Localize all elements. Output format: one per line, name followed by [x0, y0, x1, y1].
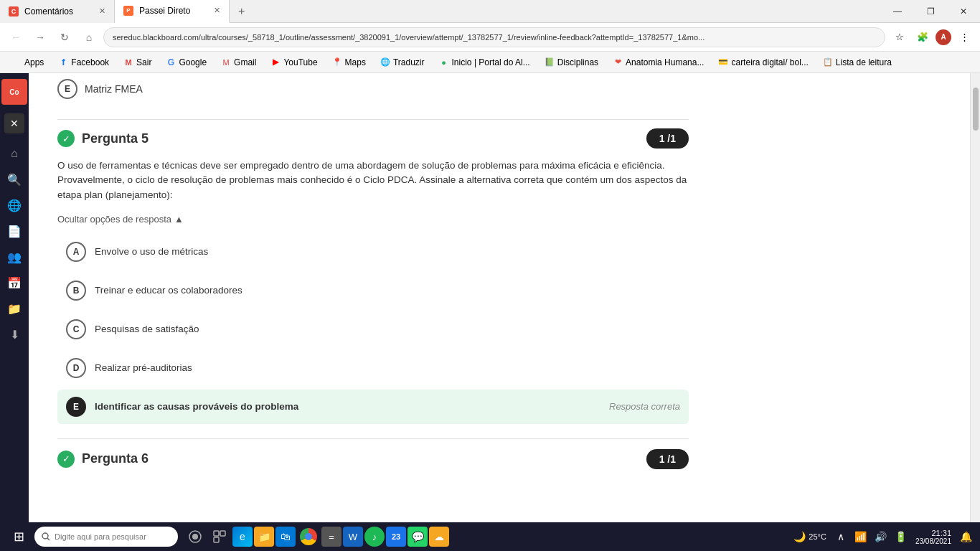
maximize-button[interactable]: ❐: [914, 0, 947, 23]
question5-check-icon: ✓: [57, 130, 75, 147]
time-display: 21:31: [915, 529, 951, 537]
extensions-icon[interactable]: 🧩: [913, 27, 933, 47]
correct-answer-label: Resposta correta: [609, 401, 680, 412]
bookmark-lista[interactable]: 📋 Lista de leitura: [817, 56, 897, 69]
apps-icon: [11, 57, 22, 67]
taskbar-chrome-icon[interactable]: [297, 525, 320, 548]
bookmark-sair-label: Sair: [136, 57, 151, 67]
bookmark-anatomia[interactable]: ❤ Anatomia Humana...: [607, 56, 710, 69]
minimize-button[interactable]: —: [881, 0, 914, 23]
forward-button[interactable]: →: [30, 27, 50, 47]
question6-header: ✓ Pergunta 6 1 /1: [57, 449, 689, 469]
comentarios-tab-icon: C: [9, 6, 19, 17]
weather-widget[interactable]: 🌙 25°C: [793, 531, 826, 542]
bookmark-carteira-label: carteira digital/ bol...: [731, 57, 808, 67]
option-c[interactable]: C Pesquisas de satisfação: [57, 312, 689, 347]
close-button[interactable]: ✕: [947, 0, 980, 23]
option-b[interactable]: B Treinar e educar os colaboradores: [57, 273, 689, 308]
option-e-correct[interactable]: E Identificar as causas prováveis do pro…: [57, 390, 689, 424]
profile-avatar[interactable]: A: [936, 29, 951, 45]
sidebar-close-button[interactable]: ✕: [4, 113, 24, 133]
option-b-circle: B: [66, 281, 86, 301]
taskbar-store-icon[interactable]: 🛍: [275, 527, 296, 547]
sidebar-item-users[interactable]: 👥: [3, 245, 26, 268]
svg-rect-4: [214, 531, 219, 536]
scrollbar-thumb[interactable]: [973, 88, 979, 131]
taskbar-whatsapp-icon[interactable]: 💬: [407, 527, 428, 547]
taskbar-cortana-icon[interactable]: [184, 525, 207, 548]
bookmark-apps[interactable]: Apps: [6, 56, 50, 69]
address-icons: ☆ 🧩 A ⋮: [890, 27, 974, 47]
battery-icon[interactable]: 🔋: [892, 528, 910, 545]
star-icon[interactable]: ☆: [890, 27, 910, 47]
menu-icon[interactable]: ⋮: [954, 27, 974, 47]
taskbar-search-bar[interactable]: [34, 527, 178, 547]
sidebar-item-search[interactable]: 🔍: [3, 168, 26, 191]
taskbar-weather-icon[interactable]: ☁: [429, 527, 449, 547]
taskbar-task-view-icon[interactable]: [208, 525, 231, 548]
address-input[interactable]: [103, 27, 885, 47]
bookmarks-bar: Apps f Facebook M Sair G Google M Gmail …: [0, 52, 980, 73]
bookmark-sair[interactable]: M Sair: [118, 56, 157, 69]
bookmark-gmail[interactable]: M Gmail: [215, 56, 262, 69]
bookmark-inicio-label: Inicio | Portal do Al...: [452, 57, 530, 67]
bookmark-facebook[interactable]: f Facebook: [52, 56, 115, 69]
sidebar-item-globe[interactable]: 🌐: [3, 194, 26, 217]
taskbar-clock[interactable]: 21:31 23/08/2021: [915, 529, 951, 545]
notification-icon[interactable]: 🔔: [957, 528, 974, 545]
taskbar-calendar-icon[interactable]: 23: [386, 527, 406, 547]
sidebar-item-calendar[interactable]: 📅: [3, 271, 26, 294]
option-e-correct-text: Identificar as causas prováveis do probl…: [95, 401, 298, 412]
comentarios-tab-label: Comentários: [24, 6, 73, 17]
bookmark-anatomia-label: Anatomia Humana...: [626, 57, 704, 67]
start-button[interactable]: ⊞: [6, 524, 32, 550]
option-c-circle: C: [66, 319, 86, 339]
bookmark-maps-label: Maps: [345, 57, 366, 67]
taskbar-edge-icon[interactable]: e: [232, 527, 253, 547]
option-a-circle: A: [66, 242, 86, 262]
tab-comentarios[interactable]: C Comentários ✕: [0, 0, 115, 23]
sidebar-item-document[interactable]: 📄: [3, 220, 26, 242]
options-toggle[interactable]: Ocultar opções de resposta ▲: [57, 214, 689, 225]
weather-moon-icon: 🌙: [793, 531, 806, 542]
bookmark-inicio[interactable]: ● Inicio | Portal do Al...: [433, 56, 536, 69]
comentarios-tab-close[interactable]: ✕: [99, 6, 105, 16]
taskbar: ⊞ e 📁 🛍 = W ♪ 23 💬 ☁ 🌙 25°C ∧: [0, 522, 980, 551]
taskbar-spotify-icon[interactable]: ♪: [364, 527, 385, 547]
sidebar-item-home[interactable]: ⌂: [3, 142, 26, 165]
temperature-display: 25°C: [809, 532, 826, 541]
sidebar-item-download[interactable]: ⬇: [3, 323, 26, 346]
tab-passei[interactable]: P Passei Direto ✕: [115, 0, 230, 23]
bookmark-carteira[interactable]: 💳 carteira digital/ bol...: [712, 56, 814, 69]
network-icon[interactable]: 📶: [852, 528, 870, 545]
sidebar-item-folder[interactable]: 📁: [3, 297, 26, 320]
bookmark-maps[interactable]: 📍 Maps: [326, 56, 372, 69]
question5-text: O uso de ferramentas e técnicas deve ser…: [57, 159, 689, 202]
refresh-button[interactable]: ↻: [55, 27, 75, 47]
bookmark-google[interactable]: G Google: [160, 56, 212, 69]
scrollbar-area[interactable]: [970, 73, 980, 522]
option-d[interactable]: D Realizar pré-auditorias: [57, 351, 689, 385]
taskbar-calc-icon[interactable]: =: [321, 527, 341, 547]
taskbar-search-input[interactable]: [55, 532, 162, 541]
date-display: 23/08/2021: [915, 537, 951, 545]
tray-expand-icon[interactable]: ∧: [832, 528, 849, 545]
option-d-text: Realizar pré-auditorias: [95, 362, 192, 373]
passei-tab-close[interactable]: ✕: [214, 6, 220, 15]
back-button[interactable]: ←: [6, 27, 26, 47]
taskbar-files-icon[interactable]: 📁: [254, 527, 274, 547]
option-a[interactable]: A Envolve o uso de métricas: [57, 235, 689, 269]
bookmark-disciplinas[interactable]: 📗 Disciplinas: [539, 56, 604, 69]
taskbar-word-icon[interactable]: W: [343, 527, 363, 547]
bookmark-youtube[interactable]: ▶ YouTube: [265, 56, 323, 69]
speaker-icon[interactable]: 🔊: [872, 528, 890, 545]
home-button[interactable]: ⌂: [79, 27, 99, 47]
option-e-text: Matriz FMEA: [85, 83, 143, 95]
bookmark-disciplinas-label: Disciplinas: [557, 57, 598, 67]
google-icon: G: [166, 57, 176, 67]
bookmark-facebook-label: Facebook: [71, 57, 109, 67]
option-e-previous: E Matriz FMEA: [57, 73, 689, 110]
new-tab-button[interactable]: +: [230, 5, 253, 18]
bookmark-traduzir-label: Traduzir: [393, 57, 425, 67]
bookmark-traduzir[interactable]: 🌐 Traduzir: [374, 56, 430, 69]
